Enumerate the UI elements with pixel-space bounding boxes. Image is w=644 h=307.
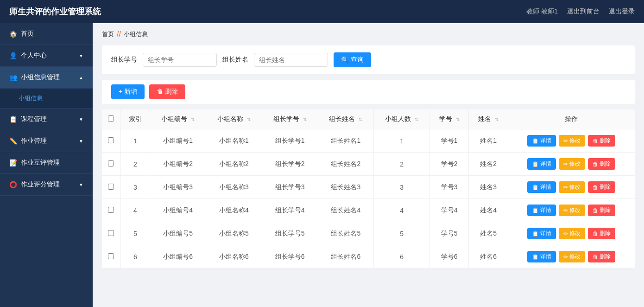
delete-icon: 🗑 [593, 161, 598, 167]
breadcrumb-home[interactable]: 首页 [102, 30, 114, 38]
homework-icon: ✏️ [9, 137, 17, 145]
edit-button[interactable]: ✏ 修改 [559, 228, 585, 239]
detail-button[interactable]: 📋 详情 [527, 135, 556, 147]
delete-icon: 🗑 [593, 254, 598, 260]
search-label-1: 组长学号 [111, 56, 137, 64]
cell-count: 2 [374, 153, 430, 176]
col-leader-no[interactable]: 组长学号 ⇅ [262, 109, 318, 129]
edit-icon: ✏ [563, 184, 568, 191]
sidebar-item-personal[interactable]: 👤 个人中心 ▼ [0, 45, 93, 67]
btn-logout[interactable]: 退出登录 [609, 7, 635, 16]
col-student-no[interactable]: 学号 ⇅ [430, 109, 469, 129]
row-checkbox[interactable] [108, 160, 114, 166]
table-row: 5 小组编号5 小组名称5 组长学号5 组长姓名5 5 学号5 姓名5 📋 详情… [102, 222, 635, 245]
main-layout: 🏠 首页 👤 个人中心 ▼ 👥 小组信息管理 ▲ 小组信息 📋 课程管理 [0, 23, 644, 307]
cell-student-no: 学号6 [430, 245, 469, 269]
course-icon: 📋 [9, 115, 17, 123]
action-bar: + 新增 🗑 删除 [102, 80, 635, 104]
chevron-down-icon-2: ▼ [79, 117, 83, 122]
col-student-name[interactable]: 姓名 ⇅ [469, 109, 508, 129]
cell-group-name: 小组名称3 [206, 176, 262, 199]
chevron-down-icon: ▼ [79, 53, 83, 58]
cell-student-no: 学号5 [430, 222, 469, 245]
app-header: 师生共评的作业管理系统 教师 教师1 退出到前台 退出登录 [0, 0, 644, 23]
table-row: 3 小组编号3 小组名称3 组长学号3 组长姓名3 3 学号3 姓名3 📋 详情… [102, 176, 635, 199]
query-button[interactable]: 🔍 查询 [334, 52, 371, 67]
detail-button[interactable]: 📋 详情 [527, 181, 556, 193]
peer-review-icon: 📝 [9, 159, 17, 166]
edit-button[interactable]: ✏ 修改 [559, 135, 585, 147]
select-all-checkbox[interactable] [108, 115, 114, 122]
sidebar-personal-label: 个人中心 [21, 51, 47, 60]
sidebar-item-course-mgmt[interactable]: 📋 课程管理 ▼ [0, 109, 93, 130]
sidebar-item-home[interactable]: 🏠 首页 [0, 23, 93, 45]
table-row: 2 小组编号2 小组名称2 组长学号2 组长姓名2 2 学号2 姓名2 📋 详情… [102, 153, 635, 176]
sidebar-item-homework-mgmt[interactable]: ✏️ 作业管理 ▼ [0, 130, 93, 152]
cell-index: 4 [120, 199, 150, 222]
row-delete-button[interactable]: 🗑 删除 [588, 135, 615, 147]
row-checkbox[interactable] [108, 207, 114, 213]
detail-icon: 📋 [532, 161, 539, 167]
col-leader-name[interactable]: 组长姓名 ⇅ [318, 109, 374, 129]
edit-button[interactable]: ✏ 修改 [559, 158, 585, 170]
cell-leader-name: 组长姓名1 [318, 129, 374, 153]
cell-leader-no: 组长学号1 [262, 129, 318, 153]
query-button-label: 查询 [351, 56, 364, 64]
row-delete-button[interactable]: 🗑 删除 [588, 181, 615, 193]
cell-leader-name: 组长姓名4 [318, 199, 374, 222]
main-content: 首页 // 小组信息 组长学号 组长姓名 🔍 查询 + 新增 🗑 删除 [93, 23, 644, 307]
search-input-group-leader-no[interactable] [143, 53, 217, 67]
sidebar-course-label: 课程管理 [21, 115, 47, 123]
group-info-label: 小组信息 [19, 95, 43, 102]
current-user: 教师 教师1 [526, 7, 558, 16]
cell-student-no: 学号3 [430, 176, 469, 199]
delete-icon: 🗑 [593, 230, 598, 237]
col-group-name[interactable]: 小组名称 ⇅ [206, 109, 262, 129]
row-checkbox[interactable] [108, 230, 114, 236]
sidebar-item-peer-review[interactable]: 📝 作业互评管理 [0, 152, 93, 174]
sidebar: 🏠 首页 👤 个人中心 ▼ 👥 小组信息管理 ▲ 小组信息 📋 课程管理 [0, 23, 93, 307]
btn-frontend[interactable]: 退出到前台 [567, 7, 600, 16]
row-checkbox[interactable] [108, 253, 114, 259]
cell-leader-name: 组长姓名5 [318, 222, 374, 245]
edit-button[interactable]: ✏ 修改 [559, 251, 585, 262]
cell-student-name: 姓名4 [469, 199, 508, 222]
col-index: 索引 [120, 109, 150, 129]
sidebar-item-group-info[interactable]: 小组信息 [0, 89, 93, 109]
cell-index: 5 [120, 222, 150, 245]
row-checkbox[interactable] [108, 137, 114, 143]
row-delete-button[interactable]: 🗑 删除 [588, 228, 615, 239]
cell-student-name: 姓名2 [469, 153, 508, 176]
col-count[interactable]: 小组人数 ⇅ [374, 109, 430, 129]
detail-button[interactable]: 📋 详情 [527, 228, 556, 239]
detail-icon: 📋 [532, 184, 539, 191]
detail-button[interactable]: 📋 详情 [527, 251, 556, 262]
breadcrumb-separator: // [117, 30, 121, 38]
row-delete-button[interactable]: 🗑 删除 [588, 205, 615, 216]
batch-delete-button[interactable]: 🗑 删除 [149, 84, 185, 99]
table-row: 4 小组编号4 小组名称4 组长学号4 组长姓名4 4 学号4 姓名4 📋 详情… [102, 199, 635, 222]
cell-group-no: 小组编号3 [150, 176, 206, 199]
group-icon: 👥 [9, 74, 17, 81]
delete-icon: 🗑 [593, 207, 598, 214]
cell-group-name: 小组名称4 [206, 199, 262, 222]
cell-group-name: 小组名称2 [206, 153, 262, 176]
col-group-no[interactable]: 小组编号 ⇅ [150, 109, 206, 129]
cell-student-no: 学号2 [430, 153, 469, 176]
row-delete-button[interactable]: 🗑 删除 [588, 251, 615, 262]
sidebar-item-group-mgmt[interactable]: 👥 小组信息管理 ▲ [0, 67, 93, 89]
detail-button[interactable]: 📋 详情 [527, 205, 556, 216]
row-delete-button[interactable]: 🗑 删除 [588, 158, 615, 170]
add-button[interactable]: + 新增 [111, 84, 145, 99]
cell-leader-no: 组长学号2 [262, 153, 318, 176]
sidebar-item-score-mgmt[interactable]: ⭕ 作业评分管理 ▼ [0, 174, 93, 196]
search-input-group-leader-name[interactable] [254, 53, 328, 67]
cell-group-no: 小组编号2 [150, 153, 206, 176]
edit-button[interactable]: ✏ 修改 [559, 181, 585, 193]
cell-count: 1 [374, 129, 430, 153]
cell-student-no: 学号4 [430, 199, 469, 222]
detail-button[interactable]: 📋 详情 [527, 158, 556, 170]
score-icon: ⭕ [9, 181, 17, 188]
edit-button[interactable]: ✏ 修改 [559, 205, 585, 216]
row-checkbox[interactable] [108, 184, 114, 190]
